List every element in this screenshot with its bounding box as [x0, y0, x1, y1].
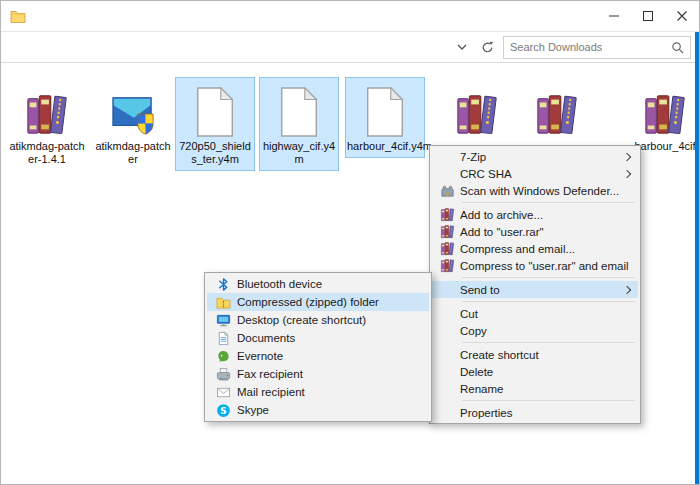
- window-accent-border: [695, 32, 699, 484]
- sendto-item-mail[interactable]: Mail recipient: [207, 383, 429, 401]
- search-input[interactable]: [504, 41, 671, 53]
- winrar-icon: [434, 241, 460, 256]
- file-item[interactable]: atikmdag-patcher: [93, 77, 173, 171]
- menu-separator: [462, 301, 635, 302]
- zipped-folder-icon: [209, 295, 237, 310]
- explorer-window: S: [0, 0, 700, 485]
- menu-item-7zip[interactable]: 7-Zip: [432, 148, 638, 165]
- search-icon[interactable]: [671, 41, 684, 54]
- menu-item-crc-sha[interactable]: CRC SHA: [432, 165, 638, 182]
- blank-page-icon: [177, 81, 253, 137]
- file-name: highway_cif.y4m: [261, 140, 337, 166]
- send-to-menu: Bluetooth device Compressed (zipped) fol…: [204, 272, 432, 422]
- maximize-icon: [643, 11, 653, 21]
- winrar-archive-icon: [9, 81, 85, 137]
- menu-separator: [462, 342, 635, 343]
- blank-page-icon: [347, 81, 423, 137]
- maximize-button[interactable]: [631, 1, 665, 31]
- mail-icon: [209, 385, 237, 400]
- menu-item-compress-user-rar-email[interactable]: Compress to "user.rar" and email: [432, 257, 638, 274]
- submenu-arrow-icon: [623, 152, 631, 160]
- menu-item-properties[interactable]: Properties: [432, 404, 638, 421]
- app-shield-icon: [95, 81, 171, 137]
- menu-item-cut[interactable]: Cut: [432, 305, 638, 322]
- refresh-button[interactable]: [478, 38, 496, 56]
- menu-item-compress-and-email[interactable]: Compress and email...: [432, 240, 638, 257]
- menu-item-copy[interactable]: Copy: [432, 322, 638, 339]
- desktop-icon: [209, 313, 237, 328]
- evernote-icon: [209, 349, 237, 364]
- winrar-archive-icon: [627, 81, 700, 137]
- menu-separator: [462, 202, 635, 203]
- chevron-down-icon: [457, 44, 467, 50]
- explorer-app-icon: [10, 9, 26, 23]
- menu-item-rename[interactable]: Rename: [432, 380, 638, 397]
- sendto-item-zipped-folder[interactable]: Compressed (zipped) folder: [207, 293, 429, 311]
- titlebar: [1, 1, 699, 31]
- toolbar: [1, 31, 699, 63]
- sendto-item-bluetooth[interactable]: Bluetooth device: [207, 275, 429, 293]
- file-item[interactable]: [437, 77, 517, 145]
- menu-item-delete[interactable]: Delete: [432, 363, 638, 380]
- fax-icon: [209, 367, 237, 382]
- file-item[interactable]: 720p50_shields_ter.y4m: [175, 77, 255, 171]
- file-item[interactable]: highway_cif.y4m: [259, 77, 339, 171]
- minimize-icon: [609, 11, 619, 21]
- winrar-icon: [434, 207, 460, 222]
- file-name: 720p50_shields_ter.y4m: [177, 140, 253, 166]
- sendto-item-skype[interactable]: Skype: [207, 401, 429, 419]
- menu-separator: [462, 277, 635, 278]
- minimize-button[interactable]: [597, 1, 631, 31]
- menu-separator: [462, 400, 635, 401]
- close-button[interactable]: [665, 1, 699, 31]
- sendto-item-documents[interactable]: Documents: [207, 329, 429, 347]
- sendto-item-desktop-shortcut[interactable]: Desktop (create shortcut): [207, 311, 429, 329]
- file-item[interactable]: harbour_4cif.y4m: [345, 77, 425, 158]
- submenu-arrow-icon: [623, 169, 631, 177]
- close-icon: [677, 11, 687, 21]
- bluetooth-icon: [209, 277, 237, 292]
- expand-ribbon-button[interactable]: [453, 38, 471, 56]
- refresh-icon: [481, 41, 494, 54]
- file-name: harbour_4cif.y4m: [347, 140, 423, 153]
- winrar-icon: [434, 224, 460, 239]
- skype-icon: [209, 403, 237, 418]
- sendto-item-fax[interactable]: Fax recipient: [207, 365, 429, 383]
- context-menu: 7-Zip CRC SHA Scan with Windows Defender…: [429, 145, 641, 424]
- menu-item-send-to[interactable]: Send to: [432, 281, 638, 298]
- menu-item-add-to-user-rar[interactable]: Add to "user.rar": [432, 223, 638, 240]
- menu-item-add-to-archive[interactable]: Add to archive...: [432, 206, 638, 223]
- file-name: atikmdag-patcher: [95, 140, 171, 166]
- search-box: [503, 36, 691, 59]
- winrar-archive-icon: [519, 81, 595, 137]
- file-item[interactable]: [517, 77, 597, 145]
- sendto-item-evernote[interactable]: Evernote: [207, 347, 429, 365]
- winrar-icon: [434, 258, 460, 273]
- menu-item-scan-defender[interactable]: Scan with Windows Defender...: [432, 182, 638, 199]
- file-name: atikmdag-patcher-1.4.1: [9, 140, 85, 166]
- window-controls: [597, 1, 699, 31]
- blank-page-icon: [261, 81, 337, 137]
- defender-icon: [434, 183, 460, 198]
- submenu-arrow-icon: [623, 285, 631, 293]
- documents-icon: [209, 331, 237, 346]
- winrar-archive-icon: [439, 81, 515, 137]
- file-item[interactable]: atikmdag-patcher-1.4.1: [7, 77, 87, 171]
- menu-item-create-shortcut[interactable]: Create shortcut: [432, 346, 638, 363]
